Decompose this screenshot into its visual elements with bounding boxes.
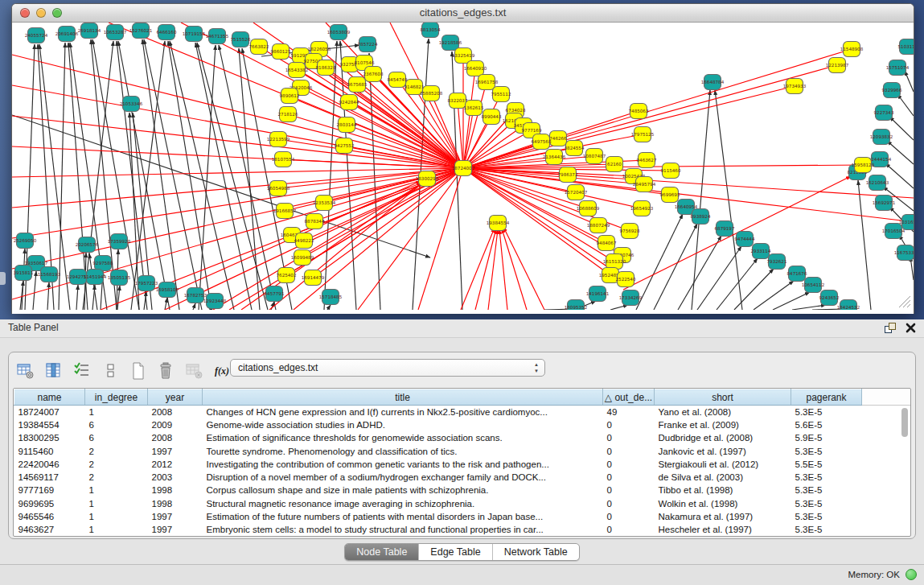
table-cell[interactable]: 18300295 <box>14 431 85 444</box>
table-cell[interactable]: 0 <box>603 444 655 457</box>
graph-node[interactable]: 14671355 <box>206 29 229 44</box>
graph-node[interactable]: 8938924 <box>691 209 711 225</box>
graph-node[interactable]: 17334269 <box>619 290 643 306</box>
graph-node[interactable]: 15751074 <box>886 60 910 76</box>
citation-edge-black[interactable] <box>170 41 234 310</box>
table-cell[interactable]: 9115460 <box>14 444 85 457</box>
graph-node[interactable]: 15720407 <box>565 185 588 200</box>
graph-node[interactable]: 9427552 <box>335 138 355 154</box>
citation-edge-black[interactable] <box>697 246 741 310</box>
table-cell[interactable]: 19384554 <box>14 418 85 431</box>
table-cell[interactable]: 1 <box>85 523 148 536</box>
table-cell[interactable]: 5.9E-5 <box>791 431 862 444</box>
graph-node[interactable]: 9457791 <box>265 286 285 302</box>
table-cell[interactable]: 1997 <box>148 444 203 457</box>
table-cell[interactable]: 18724007 <box>14 406 85 418</box>
graph-node[interactable]: 6497568 <box>532 134 552 150</box>
graph-node[interactable]: 18095352 <box>565 300 587 311</box>
graph-node[interactable]: 746266 <box>549 131 567 146</box>
citation-edge-red[interactable] <box>269 182 424 310</box>
table-cell[interactable]: Nakamura et al. (1997) <box>655 510 791 523</box>
citation-edge-black[interactable] <box>165 298 167 310</box>
table-cell[interactable]: Yano et al. (2008) <box>655 406 791 418</box>
graph-node[interactable]: 9756928 <box>620 224 640 239</box>
table-select-dropdown[interactable]: citations_edges.txt ▲▼ <box>230 359 545 377</box>
column-header-name[interactable]: name <box>14 389 85 406</box>
table-settings-icon[interactable] <box>17 362 35 380</box>
table-cell[interactable]: Estimation of significance thresholds fo… <box>203 431 603 444</box>
citation-edge-red[interactable] <box>502 229 527 310</box>
graph-node[interactable]: 20691406 <box>55 27 79 42</box>
graph-node[interactable]: 7986372 <box>558 167 578 183</box>
citation-edge-black[interactable] <box>219 45 276 310</box>
citation-edge-red[interactable] <box>463 68 475 168</box>
network-graph-svg[interactable]: 1872400724055724206914062691813410653287… <box>12 23 914 310</box>
graph-node[interactable]: 3824554 <box>565 141 585 156</box>
table-cell[interactable]: 9777169 <box>14 484 85 496</box>
table-cell[interactable]: 0 <box>603 431 655 444</box>
graph-node[interactable]: 16151320 <box>603 254 626 270</box>
graph-node[interactable]: 18807249 <box>587 218 610 233</box>
table-cell[interactable]: Embryonic stem cells: a model to study s… <box>203 523 603 536</box>
table-cell[interactable]: 2 <box>85 444 148 457</box>
citation-edge-black[interactable] <box>197 43 268 310</box>
graph-node[interactable]: 10654112 <box>802 278 824 293</box>
graph-node[interactable]: 21364436 <box>543 150 566 165</box>
table-cell[interactable]: 1998 <box>148 497 203 510</box>
graph-node[interactable]: 9297588 <box>93 256 113 271</box>
table-cell[interactable]: 1 <box>85 484 148 496</box>
graph-node[interactable]: 19654923 <box>630 201 654 216</box>
graph-node[interactable]: 15692971 <box>873 196 896 211</box>
graph-node[interactable]: 8186328 <box>316 60 336 76</box>
graph-node[interactable]: 13505135 <box>108 270 131 286</box>
graph-node[interactable]: 16543382 <box>285 63 308 78</box>
graph-node[interactable]: 16648784 <box>701 75 725 90</box>
graph-node[interactable]: 8813054 <box>421 23 441 38</box>
citation-edge-black[interactable] <box>905 71 914 92</box>
graph-node[interactable]: 2367608 <box>363 67 384 82</box>
table-cell[interactable]: Wolkin et al. (1998) <box>655 497 791 510</box>
graph-node[interactable]: 16210643 <box>866 175 889 191</box>
graph-node[interactable]: 9699695 <box>660 187 680 203</box>
table-cell[interactable]: 2 <box>85 471 148 484</box>
graph-node[interactable]: 9474444 <box>735 232 755 247</box>
citation-edge-black[interactable] <box>92 285 95 310</box>
table-cell[interactable]: 5.3E-5 <box>791 471 862 484</box>
graph-node[interactable]: 2522540 <box>616 272 636 287</box>
table-row[interactable]: 977716911998Corpus callosum shape and si… <box>14 484 911 496</box>
function-icon[interactable]: f(x) <box>214 362 232 380</box>
graph-node[interactable]: 16640910 <box>464 61 487 76</box>
network-canvas[interactable]: 1872400724055724206914062691813410653287… <box>12 23 914 310</box>
graph-node[interactable]: 10807487 <box>583 149 606 164</box>
citation-edge-black[interactable] <box>889 117 914 140</box>
citation-edge-black[interactable] <box>33 271 36 310</box>
column-header-title[interactable]: title <box>203 389 603 406</box>
table-row[interactable]: 946362711997Embryonic stem cells: a mode… <box>14 523 911 536</box>
table-cell[interactable]: 6 <box>85 431 148 444</box>
table-cell[interactable]: 0 <box>603 484 655 496</box>
table-cell[interactable]: 1 <box>85 406 148 418</box>
graph-node[interactable]: 28495794 <box>633 177 656 192</box>
float-panel-icon[interactable] <box>884 322 897 335</box>
graph-node[interactable]: 7932621 <box>767 254 787 270</box>
graph-node[interactable]: 9227343 <box>874 105 894 121</box>
table-cell[interactable]: 2 <box>85 458 148 471</box>
graph-node[interactable]: 18107554 <box>272 152 295 167</box>
close-panel-icon[interactable] <box>905 322 918 335</box>
graph-node[interactable]: 15885208 <box>420 86 443 101</box>
graph-node[interactable]: 11548908 <box>840 42 864 57</box>
select-rows-icon[interactable] <box>73 362 91 380</box>
zoom-button[interactable] <box>52 8 62 18</box>
graph-node[interactable]: 10688609 <box>577 201 600 216</box>
row-height-icon[interactable] <box>101 362 119 380</box>
table-cell[interactable]: 9465546 <box>14 510 85 523</box>
graph-node[interactable]: 8471676 <box>787 266 807 282</box>
citation-edge-black[interactable] <box>636 214 683 310</box>
graph-node[interactable]: 8990443 <box>482 109 502 125</box>
table-cell[interactable]: 5.5E-5 <box>791 458 862 471</box>
citation-edge-black[interactable] <box>193 303 195 310</box>
graph-node[interactable]: 3915811 <box>14 266 34 281</box>
citation-edge-black[interactable] <box>773 292 810 310</box>
citation-edge-black[interactable] <box>327 305 331 310</box>
citation-edge-black[interactable] <box>117 286 120 310</box>
